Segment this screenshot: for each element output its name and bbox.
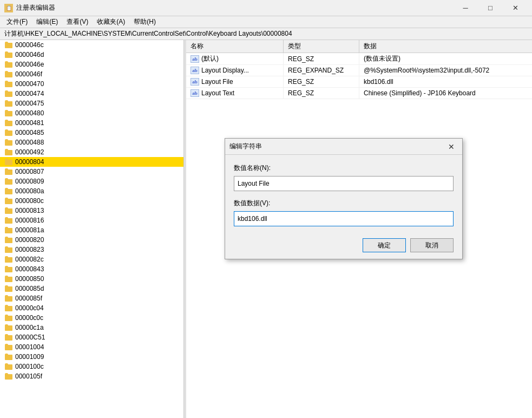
name-label: 数值名称(N): <box>234 164 454 173</box>
name-input[interactable] <box>234 176 454 191</box>
dialog-buttons: 确定 取消 <box>234 238 454 252</box>
cancel-button[interactable]: 取消 <box>410 238 454 252</box>
dialog-title-bar: 编辑字符串 ✕ <box>225 139 462 155</box>
edit-string-dialog: 编辑字符串 ✕ 数值名称(N): 数值数据(V): 确定 取消 <box>225 138 463 259</box>
dialog-title: 编辑字符串 <box>229 142 262 151</box>
confirm-button[interactable]: 确定 <box>363 238 406 252</box>
dialog-body: 数值名称(N): 数值数据(V): 确定 取消 <box>225 155 462 259</box>
dialog-close-button[interactable]: ✕ <box>445 140 458 153</box>
dialog-overlay: 编辑字符串 ✕ 数值名称(N): 数值数据(V): 确定 取消 <box>0 0 532 418</box>
data-label: 数值数据(V): <box>234 199 454 208</box>
data-input[interactable] <box>234 211 454 226</box>
